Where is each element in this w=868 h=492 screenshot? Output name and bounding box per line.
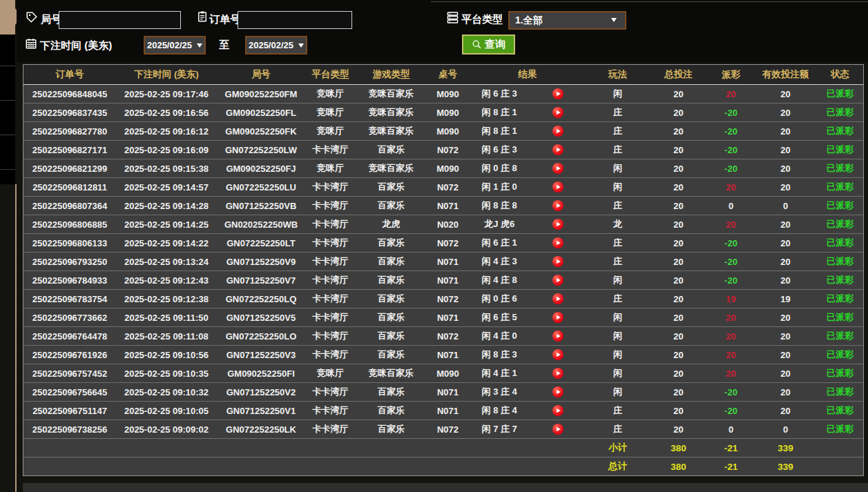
result-text: 闲 6 庄 3 <box>469 144 530 156</box>
cell-platform: 卡卡湾厅 <box>305 383 356 402</box>
cell-bet-type: 庄 <box>586 104 649 122</box>
cell-empty <box>305 457 356 476</box>
play-icon[interactable] <box>552 144 563 155</box>
table-row[interactable]: 2502250968374352025-02-25 09:16:56GM0902… <box>23 104 863 122</box>
play-icon[interactable] <box>552 331 563 342</box>
sidebar-item[interactable] <box>0 101 15 135</box>
cell-platform: 卡卡湾厅 <box>305 234 356 253</box>
play-icon[interactable] <box>552 126 563 137</box>
cell-table-no: N020 <box>427 215 469 234</box>
table-row[interactable]: 2502250967736622025-02-25 09:11:50GN0712… <box>23 308 863 327</box>
cell-status: 已派彩 <box>817 141 863 159</box>
cell-payout: -20 <box>708 159 754 178</box>
order-no-input[interactable] <box>238 11 352 29</box>
play-icon[interactable] <box>552 424 563 435</box>
cell-payout: 20 <box>708 178 754 197</box>
play-icon[interactable] <box>552 88 563 99</box>
table-row[interactable]: 2502250967644782025-02-25 09:11:08GN0722… <box>23 327 863 346</box>
cell-empty <box>427 457 469 476</box>
filter-bar: 局号 订单号 下注时间 (美东) 2025/02/25 至 2025/02/25… <box>17 0 868 62</box>
table-row[interactable]: 2502250968480452025-02-25 09:17:46GM0902… <box>23 85 863 104</box>
cell-game-type: 龙虎 <box>356 215 427 234</box>
table-row[interactable]: 2502250967382562025-02-25 09:09:02GN0722… <box>23 420 863 439</box>
table-row[interactable]: 2502250967849332025-02-25 09:12:43GN0712… <box>23 271 863 290</box>
total-label: 小计 <box>586 439 649 457</box>
col-valid-bet: 有效投注额 <box>754 65 817 85</box>
cell-table-no: N072 <box>427 327 469 346</box>
cell-platform: 卡卡湾厅 <box>305 271 356 290</box>
play-icon[interactable] <box>552 368 563 379</box>
play-icon[interactable] <box>552 256 563 267</box>
cell-bet-time: 2025-02-25 09:10:05 <box>116 402 217 420</box>
bet-records-table: 订单号 下注时间 (美东) 局号 平台类型 游戏类型 桌号 结果 玩法 总投注 … <box>23 64 864 476</box>
cell-bet-type: 龙 <box>586 215 649 234</box>
play-icon[interactable] <box>552 405 563 416</box>
cell-status: 已派彩 <box>817 178 863 197</box>
cell-bet-time: 2025-02-25 09:13:24 <box>116 253 217 271</box>
table-row[interactable]: 2502250967837542025-02-25 09:12:38GN0722… <box>23 290 863 308</box>
result-text: 闲 7 庄 7 <box>469 423 530 435</box>
sidebar-item[interactable] <box>0 135 15 170</box>
play-icon[interactable] <box>552 237 563 248</box>
result-text: 龙J 虎6 <box>469 218 530 230</box>
date-from-select[interactable]: 2025/02/25 <box>144 36 206 55</box>
sidebar-item[interactable] <box>0 170 15 185</box>
table-row[interactable]: 2502250967619262025-02-25 09:10:56GN0712… <box>23 346 863 364</box>
play-icon[interactable] <box>552 219 563 230</box>
result-text: 闲 1 庄 0 <box>469 181 530 193</box>
bet-time-label: 下注时间 (美东) <box>40 39 112 52</box>
table-row[interactable]: 2502250968061332025-02-25 09:14:22GN0722… <box>23 234 863 253</box>
play-icon[interactable] <box>552 163 563 174</box>
date-to-select[interactable]: 2025/02/25 <box>245 36 307 55</box>
cell-platform: 卡卡湾厅 <box>305 402 356 420</box>
cell-valid-bet: 20 <box>754 85 817 104</box>
query-button[interactable]: 查询 <box>462 35 515 55</box>
cell-game-type: 百家乐 <box>356 327 427 346</box>
table-row[interactable]: 2502250968128112025-02-25 09:14:57GN0722… <box>23 178 863 197</box>
result-text: 闲 6 庄 5 <box>469 311 530 324</box>
cell-empty <box>356 457 427 476</box>
cell-order-no: 250225096848045 <box>23 85 116 104</box>
play-icon[interactable] <box>552 200 563 211</box>
cell-empty <box>116 457 217 476</box>
table-row[interactable]: 2502250967511472025-02-25 09:10:05GN0712… <box>23 402 863 420</box>
table-row[interactable]: 2502250967574522025-02-25 09:10:35GM0902… <box>23 364 863 383</box>
cell-total-bet: 20 <box>649 104 708 122</box>
play-icon[interactable] <box>552 107 563 118</box>
platform-type-select[interactable]: 1.全部 <box>508 11 626 30</box>
cell-status: 已派彩 <box>817 215 863 234</box>
play-icon[interactable] <box>552 386 563 397</box>
cell-valid-bet: 20 <box>754 122 817 141</box>
sidebar-item[interactable] <box>0 35 15 66</box>
cell-table-no: N072 <box>427 290 469 308</box>
result-text: 闲 4 庄 0 <box>469 330 530 342</box>
cell-game-type: 竞咪百家乐 <box>356 104 427 122</box>
platform-icon <box>446 11 459 24</box>
table-row[interactable]: 2502250967932502025-02-25 09:13:24GN0712… <box>23 253 863 271</box>
play-icon[interactable] <box>552 312 563 323</box>
cell-order-no: 250225096784933 <box>23 271 116 290</box>
table-row[interactable]: 2502250968271712025-02-25 09:16:09GN0722… <box>23 141 863 159</box>
cell-table-no: N071 <box>427 308 469 327</box>
table-row[interactable]: 2502250968277802025-02-25 09:16:12GM0902… <box>23 122 863 141</box>
round-no-input[interactable] <box>59 11 181 29</box>
table-row[interactable]: 2502250968212992025-02-25 09:15:38GM0902… <box>23 159 863 178</box>
cell-platform: 竞咪厅 <box>305 364 356 383</box>
play-icon[interactable] <box>552 181 563 193</box>
play-icon[interactable] <box>552 349 563 360</box>
play-icon[interactable] <box>552 293 563 304</box>
cell-bet-type: 闲 <box>586 85 649 104</box>
table-row[interactable]: 2502250968068852025-02-25 09:14:25GN0202… <box>23 215 863 234</box>
table-row[interactable]: 2502250968073642025-02-25 09:14:28GN0712… <box>23 197 863 215</box>
sidebar-active-tab[interactable] <box>0 0 15 35</box>
bottom-strip <box>23 483 868 492</box>
sidebar-item[interactable] <box>0 66 15 101</box>
cell-result: 闲 6 庄 3 <box>469 141 586 159</box>
cell-total-bet: 20 <box>649 271 708 290</box>
table-row[interactable]: 2502250967566452025-02-25 09:10:32GN0712… <box>23 383 863 402</box>
cell-round-no: GN071252250V2 <box>217 383 305 402</box>
cell-game-type: 百家乐 <box>356 178 427 197</box>
cell-result: 闲 4 庄 3 <box>469 253 586 271</box>
play-icon[interactable] <box>552 275 563 286</box>
cell-empty <box>305 439 356 457</box>
